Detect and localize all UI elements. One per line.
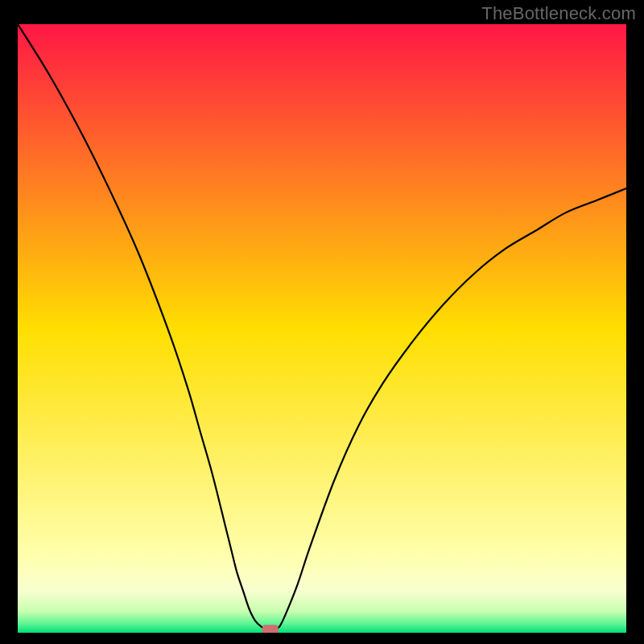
gradient-background	[18, 24, 626, 633]
chart-svg	[18, 24, 626, 633]
plot-area	[18, 24, 626, 633]
chart-container: TheBottleneck.com	[0, 0, 644, 644]
optimum-marker	[262, 625, 279, 633]
watermark-text: TheBottleneck.com	[481, 3, 636, 24]
